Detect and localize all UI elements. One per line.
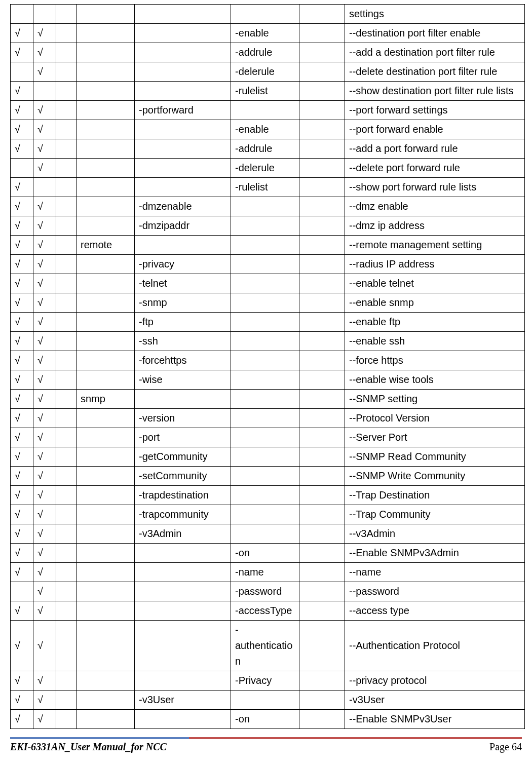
- table-cell: --dmz enable: [345, 197, 525, 216]
- table-cell: √: [33, 691, 56, 710]
- table-cell: √: [33, 428, 56, 447]
- table-cell: √: [11, 216, 33, 236]
- table-cell: --delete port forward rule: [345, 159, 525, 178]
- table-row: √√-trapdestination--Trap Destination: [11, 486, 525, 505]
- table-row: √-rulelist--show port forward rule lists: [11, 178, 525, 197]
- table-cell: [56, 409, 77, 428]
- table-cell: [56, 43, 77, 62]
- table-cell: [135, 178, 231, 197]
- table-row: √√-trapcommunity--Trap Community: [11, 505, 525, 524]
- table-cell: [77, 62, 135, 82]
- table-cell: [77, 24, 135, 43]
- table-cell: √: [11, 691, 33, 710]
- table-cell: √: [11, 274, 33, 293]
- table-cell: [135, 139, 231, 159]
- table-cell: √: [11, 390, 33, 409]
- table-cell: [299, 332, 345, 351]
- table-cell: [299, 505, 345, 524]
- table-row: √√-addrule--add a destination port filte…: [11, 43, 525, 62]
- table-row: √√-on--Enable SNMPv3Admin: [11, 544, 525, 563]
- table-cell: √: [33, 236, 56, 255]
- table-cell: [299, 43, 345, 62]
- table-cell: -delerule: [231, 62, 299, 82]
- table-cell: [231, 370, 299, 390]
- table-row: √√-authentication--Authentication Protoc…: [11, 621, 525, 671]
- table-row: √√-enable--port forward enable: [11, 120, 525, 139]
- table-cell: --Server Port: [345, 428, 525, 447]
- table-cell: √: [33, 62, 56, 82]
- table-cell: [299, 351, 345, 370]
- table-cell: [56, 710, 77, 729]
- table-cell: [299, 621, 345, 671]
- table-cell: [299, 236, 345, 255]
- table-cell: -ftp: [135, 313, 231, 332]
- table-cell: √: [33, 544, 56, 563]
- table-cell: [231, 505, 299, 524]
- table-cell: -forcehttps: [135, 351, 231, 370]
- table-cell: --enable ftp: [345, 313, 525, 332]
- table-cell: [56, 236, 77, 255]
- table-cell: [77, 43, 135, 62]
- table-cell: √: [11, 120, 33, 139]
- table-cell: [56, 390, 77, 409]
- table-cell: -enable: [231, 24, 299, 43]
- table-row: √√-setCommunity--SNMP Write Community: [11, 467, 525, 486]
- table-cell: [11, 5, 33, 24]
- table-cell: --show port forward rule lists: [345, 178, 525, 197]
- table-cell: --Trap Community: [345, 505, 525, 524]
- table-cell: [56, 62, 77, 82]
- table-row: √√-name--name: [11, 563, 525, 582]
- table-cell: [56, 120, 77, 139]
- table-cell: [56, 563, 77, 582]
- table-row: √√-dmzenable--dmz enable: [11, 197, 525, 216]
- table-cell: [77, 216, 135, 236]
- table-cell: √: [33, 710, 56, 729]
- table-cell: √: [33, 563, 56, 582]
- table-cell: √: [33, 313, 56, 332]
- table-cell: √: [11, 601, 33, 621]
- table-cell: [77, 351, 135, 370]
- table-cell: [77, 120, 135, 139]
- table-cell: [56, 255, 77, 274]
- table-row: √√-addrule--add a port forward rule: [11, 139, 525, 159]
- table-cell: √: [33, 447, 56, 467]
- table-cell: √: [33, 390, 56, 409]
- table-cell: [56, 293, 77, 313]
- table-cell: [135, 671, 231, 691]
- table-cell: [231, 332, 299, 351]
- table-cell: [299, 428, 345, 447]
- table-cell: -addrule: [231, 43, 299, 62]
- table-cell: --enable wise tools: [345, 370, 525, 390]
- table-cell: --delete destination port filter rule: [345, 62, 525, 82]
- table-cell: [77, 5, 135, 24]
- table-cell: --Protocol Version: [345, 409, 525, 428]
- table-cell: √: [33, 467, 56, 486]
- table-cell: √: [33, 524, 56, 544]
- table-cell: [56, 139, 77, 159]
- table-cell: √: [11, 293, 33, 313]
- table-cell: [299, 62, 345, 82]
- table-cell: √: [11, 255, 33, 274]
- table-row: √√-telnet--enable telnet: [11, 274, 525, 293]
- table-cell: -rulelist: [231, 178, 299, 197]
- table-cell: [56, 5, 77, 24]
- table-cell: [299, 120, 345, 139]
- table-cell: √: [11, 101, 33, 120]
- table-row: √√-dmzipaddr--dmz ip address: [11, 216, 525, 236]
- table-cell: -v3User: [135, 691, 231, 710]
- table-cell: --password: [345, 582, 525, 601]
- table-cell: √: [33, 255, 56, 274]
- table-cell: [299, 274, 345, 293]
- table-cell: [11, 159, 33, 178]
- table-cell: [299, 5, 345, 24]
- table-cell: √: [33, 24, 56, 43]
- table-cell: [299, 101, 345, 120]
- table-row: √√-ftp--enable ftp: [11, 313, 525, 332]
- table-cell: settings: [345, 5, 525, 24]
- table-cell: [299, 524, 345, 544]
- table-cell: [299, 216, 345, 236]
- table-cell: √: [33, 101, 56, 120]
- table-cell: -on: [231, 544, 299, 563]
- table-cell: [77, 447, 135, 467]
- table-cell: [77, 505, 135, 524]
